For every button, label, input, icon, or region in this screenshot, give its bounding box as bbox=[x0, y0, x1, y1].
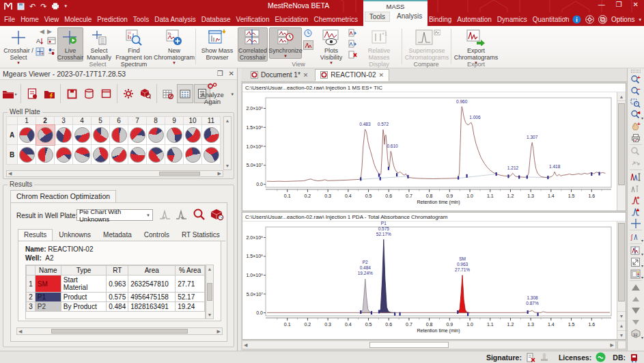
well-plate-view-button[interactable] bbox=[177, 84, 193, 103]
collapse-ribbon-chevron[interactable]: ⌃ bbox=[563, 16, 568, 23]
col-Name[interactable]: Name bbox=[35, 266, 61, 275]
menu-tools[interactable]: Tools bbox=[130, 16, 152, 23]
table-row-P2[interactable]: 3P2By Product0.484182816349119.24 bbox=[27, 302, 205, 312]
pan-hand-icon[interactable]: + bbox=[629, 120, 643, 132]
tri-up2-icon[interactable] bbox=[629, 293, 643, 305]
menu-molecule[interactable]: Molecule bbox=[61, 16, 94, 23]
well-B2[interactable] bbox=[36, 145, 55, 165]
results-tab-rt-statistics[interactable]: RT Statistics bbox=[176, 229, 226, 241]
page-down-icon[interactable]: ▼ bbox=[617, 330, 626, 339]
pda-pane[interactable]: C:\Users\Usuar...eaction-02.raw\ Injecti… bbox=[242, 212, 626, 340]
zoom-out-icon[interactable]: − bbox=[629, 85, 643, 97]
peaks-ruler-icon[interactable] bbox=[629, 171, 643, 183]
menu-chemometrics[interactable]: Chemometrics bbox=[311, 16, 360, 23]
tri-down-icon[interactable] bbox=[629, 305, 643, 317]
resize-drop-icon[interactable]: ▾ bbox=[629, 256, 643, 268]
table-row-P1[interactable]: 2P1Product0.575495647515852.17 bbox=[27, 293, 205, 302]
col-Type[interactable]: Type bbox=[61, 266, 106, 275]
well-A11[interactable] bbox=[202, 125, 221, 145]
well-A3[interactable] bbox=[55, 125, 73, 145]
menu-view[interactable]: View bbox=[42, 16, 62, 23]
assistant-info-icon[interactable]: i bbox=[572, 15, 581, 24]
menu-binding[interactable]: Binding bbox=[426, 16, 454, 23]
ms-tic-chart[interactable]: 2.0×10⁸1.5×10⁸1.0×10⁸5.0×10⁷0.00.10.20.3… bbox=[242, 92, 617, 212]
well-A7[interactable] bbox=[128, 125, 147, 145]
well-B6[interactable] bbox=[110, 145, 128, 165]
well-A6[interactable] bbox=[110, 125, 128, 145]
tri-down2-icon[interactable] bbox=[629, 317, 643, 328]
col-Area[interactable]: Area bbox=[128, 266, 176, 275]
zoom-region-icon[interactable] bbox=[629, 97, 643, 109]
well-A4[interactable] bbox=[73, 125, 92, 145]
close-button[interactable]: ✕ bbox=[633, 1, 639, 8]
peak-add-icon[interactable]: + bbox=[629, 194, 643, 206]
toolbar-grip[interactable] bbox=[631, 70, 641, 72]
undo-icon[interactable]: ↶ bbox=[29, 2, 36, 11]
menu-dynamics[interactable]: Dynamics bbox=[494, 16, 530, 23]
close-panel-icon[interactable]: ✕ bbox=[229, 70, 234, 77]
well-B1[interactable] bbox=[18, 145, 36, 165]
scroll-right-icon[interactable]: ▶ bbox=[611, 342, 614, 348]
analyze-again-button[interactable]: Analyze Again ▾ bbox=[193, 82, 232, 105]
chart-drop-icon[interactable]: ▾ bbox=[629, 245, 643, 256]
redo-icon[interactable]: ↷ bbox=[40, 2, 46, 11]
options-caret[interactable]: ▾ bbox=[639, 17, 641, 23]
col-RT[interactable]: RT bbox=[107, 266, 128, 275]
expand-disabled-icon[interactable] bbox=[629, 157, 643, 169]
menu-file[interactable]: File bbox=[1, 16, 18, 23]
menu-prediction[interactable]: Prediction bbox=[94, 16, 130, 23]
well-plate-mode-combobox[interactable]: Pie Chart With Unknowns▼ bbox=[76, 209, 153, 221]
zoom-disabled-icon[interactable] bbox=[629, 146, 643, 157]
page-up-icon[interactable]: ▲ bbox=[617, 321, 626, 330]
well-B10[interactable] bbox=[184, 145, 202, 165]
results-tab-controls[interactable]: Controls bbox=[138, 229, 176, 241]
well-plate-vscroll[interactable]: ▲▼ bbox=[223, 116, 232, 170]
table-row-SM[interactable]: 1SMStart Material0.963263254781027.71 bbox=[27, 275, 205, 293]
zoom-fit-icon[interactable]: ◂▾ bbox=[629, 109, 643, 120]
licenses-status-icon[interactable] bbox=[596, 352, 606, 362]
settings-gear-icon[interactable] bbox=[585, 15, 594, 24]
report-document-button[interactable] bbox=[24, 84, 40, 103]
print-icon[interactable] bbox=[51, 3, 59, 10]
well-A5[interactable] bbox=[92, 125, 110, 145]
open-results-button[interactable]: ▾ bbox=[1, 84, 18, 103]
well-B3[interactable] bbox=[55, 145, 73, 165]
signature-stamp-icon[interactable] bbox=[540, 353, 549, 362]
ms-tic-pane[interactable]: C:\Users\Usuar...eaction-02.raw\ Injecti… bbox=[242, 83, 626, 211]
crosshair-icon[interactable] bbox=[629, 217, 643, 229]
save-results-button[interactable] bbox=[64, 84, 80, 103]
menu-elucidation[interactable]: Elucidation bbox=[272, 16, 311, 23]
well-B8[interactable] bbox=[147, 145, 165, 165]
peaks-ruler-gray-icon[interactable] bbox=[629, 183, 643, 194]
print-preview-icon[interactable] bbox=[629, 132, 643, 144]
signature-document-icon[interactable] bbox=[526, 353, 535, 362]
menu-database[interactable]: Database bbox=[199, 16, 234, 23]
results-table[interactable]: NameTypeRTArea% Area1SMStart Material0.9… bbox=[26, 265, 205, 312]
pda-chart[interactable]: 2.0×10⁸1.5×10⁸1.0×10⁸5.0×10⁷0.00.10.20.3… bbox=[242, 221, 617, 340]
well-B4[interactable] bbox=[73, 145, 92, 165]
menu-automation[interactable]: Automation bbox=[454, 16, 494, 23]
results-hscroll[interactable]: ◀▶ bbox=[16, 327, 223, 335]
print-dropdown-caret[interactable]: ▾ bbox=[64, 3, 67, 9]
well-A1[interactable] bbox=[18, 125, 36, 145]
close-tab-icon[interactable]: ✕ bbox=[378, 72, 384, 79]
doc-tab-reaction-02[interactable]: REACTION-02✕ bbox=[315, 69, 389, 81]
results-tab-results[interactable]: Results bbox=[18, 229, 53, 241]
well-B7[interactable] bbox=[128, 145, 147, 165]
col-Area[interactable]: % Area bbox=[176, 266, 205, 275]
save-icon[interactable] bbox=[17, 3, 25, 10]
minimize-button[interactable]: — bbox=[598, 1, 605, 8]
mass-tab-tools[interactable]: Tools bbox=[365, 12, 390, 22]
well-plate-hscroll[interactable]: ◀▶ bbox=[6, 170, 223, 177]
well-B11[interactable] bbox=[202, 145, 221, 165]
menu-data-analysis[interactable]: Data Analysis bbox=[152, 16, 199, 23]
menu-home[interactable]: Home bbox=[18, 16, 42, 23]
results-tab-metadata[interactable]: Metadata bbox=[97, 229, 138, 241]
well-A10[interactable] bbox=[184, 125, 202, 145]
scroll-down-icon[interactable]: ▼ bbox=[617, 311, 626, 320]
window-view-button[interactable] bbox=[98, 84, 114, 103]
well-A8[interactable] bbox=[147, 125, 165, 145]
zoom-in-icon[interactable]: + bbox=[629, 74, 643, 85]
results-table-vscroll[interactable]: ▲▼ bbox=[206, 265, 214, 319]
peak-up-icon[interactable]: ▴ bbox=[629, 206, 643, 217]
